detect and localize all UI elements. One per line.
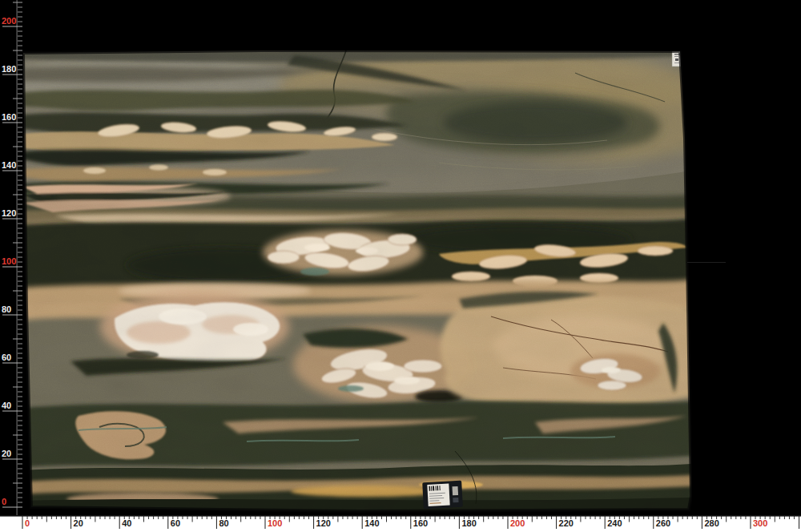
svg-text:240: 240 — [607, 518, 622, 528]
svg-text:0: 0 — [2, 497, 6, 506]
svg-text:180: 180 — [461, 518, 476, 528]
svg-text:40: 40 — [122, 518, 131, 528]
svg-text:20: 20 — [2, 449, 11, 458]
svg-text:180: 180 — [2, 64, 16, 74]
svg-text:80: 80 — [2, 304, 11, 314]
svg-text:280: 280 — [704, 518, 718, 528]
svg-text:40: 40 — [2, 401, 11, 410]
svg-text:200: 200 — [2, 16, 16, 26]
svg-text:80: 80 — [219, 518, 228, 528]
svg-text:140: 140 — [364, 518, 379, 528]
slab-texture — [22, 50, 692, 514]
svg-text:120: 120 — [316, 518, 331, 528]
svg-text:200: 200 — [510, 518, 525, 528]
svg-text:0: 0 — [25, 518, 30, 528]
svg-text:20: 20 — [74, 518, 83, 528]
horizontal-ruler: 0204060801001201401601802002202402602803… — [0, 515, 801, 532]
svg-text:160: 160 — [2, 112, 16, 122]
svg-text:120: 120 — [2, 208, 16, 218]
svg-text:260: 260 — [656, 518, 670, 528]
svg-text:160: 160 — [413, 518, 428, 528]
svg-text:300: 300 — [753, 518, 767, 528]
svg-text:60: 60 — [2, 353, 11, 362]
vertical-ruler: 020406080100120140160180200 — [0, 0, 22, 515]
svg-text:60: 60 — [171, 518, 180, 528]
scan-artifact-line — [687, 262, 726, 263]
svg-text:100: 100 — [2, 256, 16, 266]
scan-viewer-canvas: 020406080100120140160180200 020406080100… — [0, 0, 801, 532]
svg-text:220: 220 — [559, 518, 574, 528]
slab-scan-image[interactable] — [22, 50, 692, 514]
svg-text:140: 140 — [2, 160, 16, 170]
svg-text:100: 100 — [268, 518, 282, 528]
